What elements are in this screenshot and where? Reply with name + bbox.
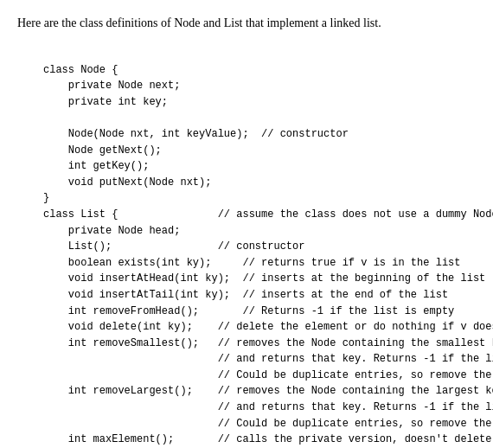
code-line: boolean exists(int ky); // returns true … bbox=[43, 255, 476, 272]
code-line: // Could be duplicate entries, so remove… bbox=[43, 368, 476, 384]
code-line: } bbox=[43, 190, 476, 207]
code-line: int getKey(); bbox=[43, 158, 476, 175]
code-line: // and returns that key. Returns -1 if t… bbox=[43, 351, 476, 368]
code-line: int removeSmallest(); // removes the Nod… bbox=[43, 336, 476, 352]
code-line: // and returns that key. Returns -1 if t… bbox=[43, 400, 476, 416]
code-line: private Node head; bbox=[43, 223, 476, 240]
code-line: void delete(int ky); // delete the eleme… bbox=[43, 319, 476, 336]
code-line: void putNext(Node nxt); bbox=[43, 175, 476, 191]
code-line: int removeFromHead(); // Returns -1 if t… bbox=[43, 304, 476, 320]
code-line: class List { // assume the class does no… bbox=[43, 207, 476, 223]
code-line: Node getNext(); bbox=[43, 143, 476, 159]
code-line bbox=[43, 110, 476, 126]
code-line: void insertAtHead(int ky); // inserts at… bbox=[43, 271, 476, 287]
intro-text: Here are the class definitions of Node a… bbox=[17, 14, 476, 32]
code-line: private Node next; bbox=[43, 78, 476, 94]
code-block: class Node { private Node next; private … bbox=[17, 46, 476, 448]
code-line: List(); // constructor bbox=[43, 239, 476, 255]
code-line: void insertAtTail(int ky); // inserts at… bbox=[43, 287, 476, 304]
code-line: Node(Node nxt, int keyValue); // constru… bbox=[43, 126, 476, 143]
code-line bbox=[43, 46, 476, 62]
code-line: int removeLargest(); // removes the Node… bbox=[43, 383, 476, 400]
code-line: class Node { bbox=[43, 62, 476, 79]
code-line: // Could be duplicate entries, so remove… bbox=[43, 416, 476, 432]
code-line: private int key; bbox=[43, 94, 476, 111]
code-line: int maxElement(); // calls the private v… bbox=[43, 432, 476, 448]
